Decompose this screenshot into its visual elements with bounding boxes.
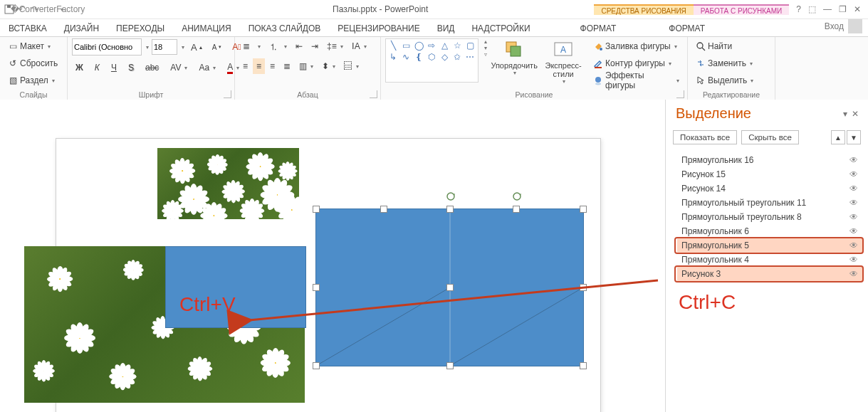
selection-handle-tm[interactable] xyxy=(446,206,454,213)
tab-insert[interactable]: ВСТАВКА xyxy=(0,20,56,36)
layout-button[interactable]: ▭ Макет▾ xyxy=(4,38,63,54)
replace-button[interactable]: Заменить▾ xyxy=(692,56,770,71)
shape-connector-icon[interactable]: ↳ xyxy=(387,52,399,62)
visibility-toggle-icon[interactable]: 👁 xyxy=(849,269,858,279)
font-size-dropdown-icon[interactable]: ▾ xyxy=(180,44,184,51)
visibility-toggle-icon[interactable]: 👁 xyxy=(849,169,858,179)
ribbon-display-options-icon[interactable]: ⬚ xyxy=(808,4,816,14)
shape-fill-button[interactable]: Заливка фигуры▾ xyxy=(590,38,683,54)
tab-transitions[interactable]: ПЕРЕХОДЫ xyxy=(108,20,173,36)
selection-handle-mr[interactable] xyxy=(580,284,587,291)
find-button[interactable]: Найти xyxy=(692,38,770,54)
selection-item-7[interactable]: Прямоугольник 4👁 xyxy=(677,253,862,267)
shape-more-icon[interactable]: ⋯ xyxy=(464,52,476,62)
change-case-button[interactable]: Aa▾ xyxy=(195,60,219,75)
picture-daisies-top[interactable] xyxy=(157,148,299,219)
selection-item-4[interactable]: Прямоугольный треугольник 8👁 xyxy=(677,210,862,224)
restore-icon[interactable]: ❐ xyxy=(839,4,847,14)
shape-triangle-icon[interactable]: △ xyxy=(439,41,450,51)
shrink-font-button[interactable]: A▾ xyxy=(209,39,226,55)
selection-item-5[interactable]: Прямоугольник 6👁 xyxy=(677,224,862,238)
font-dialog-launcher-icon[interactable] xyxy=(224,90,231,98)
selection-handle-tr[interactable] xyxy=(580,206,587,213)
selection-item-3[interactable]: Прямоугольный треугольник 11👁 xyxy=(677,196,862,210)
paragraph-dialog-launcher-icon[interactable] xyxy=(370,90,377,98)
sign-in-control[interactable]: Вход xyxy=(819,16,868,36)
text-shadow-button[interactable]: S xyxy=(125,60,137,75)
visibility-toggle-icon[interactable]: 👁 xyxy=(849,155,858,165)
select-button[interactable]: Выделить▾ xyxy=(692,73,770,88)
tab-slideshow[interactable]: ПОКАЗ СЛАЙДОВ xyxy=(240,20,330,36)
selection-handle-bm[interactable] xyxy=(446,362,454,369)
shape-outline-button[interactable]: Контур фигуры▾ xyxy=(590,56,683,71)
selection-handle-tl[interactable] xyxy=(313,206,320,213)
tab-format-drawing[interactable]: ФОРМАТ xyxy=(572,20,625,36)
close-icon[interactable]: ✕ xyxy=(854,4,861,14)
selection-handle-inner-t1[interactable] xyxy=(380,206,387,213)
visibility-toggle-icon[interactable]: 👁 xyxy=(849,198,858,208)
shape-curve-icon[interactable]: ∿ xyxy=(400,52,412,62)
shapes-gallery[interactable]: ╲ ▭ ◯ ⇨ △ ☆ ▢ ↳ ∿ ❴ ⬡ ◇ ✩ ⋯ xyxy=(385,38,479,83)
hide-all-button[interactable]: Скрыть все xyxy=(741,130,799,144)
columns-button[interactable]: ▥▾ xyxy=(296,58,317,74)
selection-handle-br[interactable] xyxy=(580,362,587,369)
align-right-button[interactable]: ≡ xyxy=(266,58,278,74)
selection-handle-center[interactable] xyxy=(446,284,454,291)
align-text-button[interactable]: ⬍▾ xyxy=(318,58,339,74)
justify-button[interactable]: ≣ xyxy=(280,58,294,74)
section-button[interactable]: ▧ Раздел▾ xyxy=(4,73,63,88)
font-name-combo[interactable] xyxy=(72,38,142,56)
underline-button[interactable]: Ч xyxy=(108,60,120,75)
char-spacing-button[interactable]: AV▾ xyxy=(167,60,191,75)
shape-callout-icon[interactable]: ✩ xyxy=(451,52,463,62)
selection-item-2[interactable]: Рисунок 14👁 xyxy=(677,181,862,196)
reset-button[interactable]: ↺ Сбросить xyxy=(4,56,63,71)
shape-line-icon[interactable]: ╲ xyxy=(387,41,399,51)
selection-item-6[interactable]: Прямоугольник 5👁 xyxy=(677,238,862,253)
shape-hexagon-icon[interactable]: ⬡ xyxy=(426,52,437,62)
shape-diamond-icon[interactable]: ◇ xyxy=(439,52,450,62)
selection-handle-inner-t2[interactable] xyxy=(513,206,520,213)
help-icon[interactable]: ? xyxy=(796,4,801,14)
move-down-icon[interactable]: ▼ xyxy=(847,130,861,144)
tab-format-picture[interactable]: ФОРМАТ xyxy=(660,20,713,36)
qat-customize-icon[interactable]: ▾ xyxy=(56,4,67,14)
rotation-handle-2[interactable] xyxy=(513,192,521,201)
align-left-button[interactable]: ≡ xyxy=(239,58,251,74)
quick-styles-button[interactable]: A Экспресс-стили▾ xyxy=(541,38,585,86)
shape-arrow-icon[interactable]: ⇨ xyxy=(426,41,437,51)
gallery-scroll-up-icon[interactable]: ▴ xyxy=(483,38,487,45)
tab-design[interactable]: ДИЗАЙН xyxy=(56,20,108,36)
selection-handle-bl[interactable] xyxy=(313,362,320,369)
pane-options-icon[interactable]: ▾ xyxy=(841,109,849,119)
visibility-toggle-icon[interactable]: 👁 xyxy=(849,255,858,265)
increase-indent-button[interactable]: ⇥ xyxy=(308,38,322,54)
visibility-toggle-icon[interactable]: 👁 xyxy=(849,184,858,194)
shape-oval-icon[interactable]: ◯ xyxy=(413,41,424,51)
selection-item-1[interactable]: Рисунок 15👁 xyxy=(677,167,862,181)
line-spacing-button[interactable]: ‡≡▾ xyxy=(323,38,347,54)
rotation-handle-1[interactable] xyxy=(446,192,455,201)
visibility-toggle-icon[interactable]: 👁 xyxy=(849,226,858,236)
gallery-more-icon[interactable]: ▿ xyxy=(483,51,487,58)
decrease-indent-button[interactable]: ⇤ xyxy=(292,38,306,54)
text-direction-button[interactable]: ⅠA▾ xyxy=(348,38,370,54)
grow-font-button[interactable]: A▴ xyxy=(187,39,206,55)
drawing-dialog-launcher-icon[interactable] xyxy=(676,90,684,98)
font-name-dropdown-icon[interactable]: ▾ xyxy=(145,44,149,51)
minimize-icon[interactable]: — xyxy=(823,4,832,14)
numbering-button[interactable]: ⒈▾ xyxy=(266,38,291,54)
convert-smartart-button[interactable]: ⿳▾ xyxy=(340,58,362,74)
pane-close-icon[interactable]: ✕ xyxy=(849,109,861,119)
show-all-button[interactable]: Показать все xyxy=(673,130,737,144)
bullets-button[interactable]: ≣▾ xyxy=(239,38,264,54)
visibility-toggle-icon[interactable]: 👁 xyxy=(849,241,858,250)
italic-button[interactable]: К xyxy=(91,60,103,75)
tab-animations[interactable]: АНИМАЦИЯ xyxy=(173,20,239,36)
visibility-toggle-icon[interactable]: 👁 xyxy=(849,212,858,222)
strikethrough-button[interactable]: abc xyxy=(142,60,162,75)
align-center-button[interactable]: ≡ xyxy=(253,58,265,74)
selection-item-8[interactable]: Рисунок 3👁 xyxy=(677,267,862,281)
shape-brace-icon[interactable]: ❴ xyxy=(413,52,424,62)
move-up-icon[interactable]: ▲ xyxy=(831,130,845,144)
